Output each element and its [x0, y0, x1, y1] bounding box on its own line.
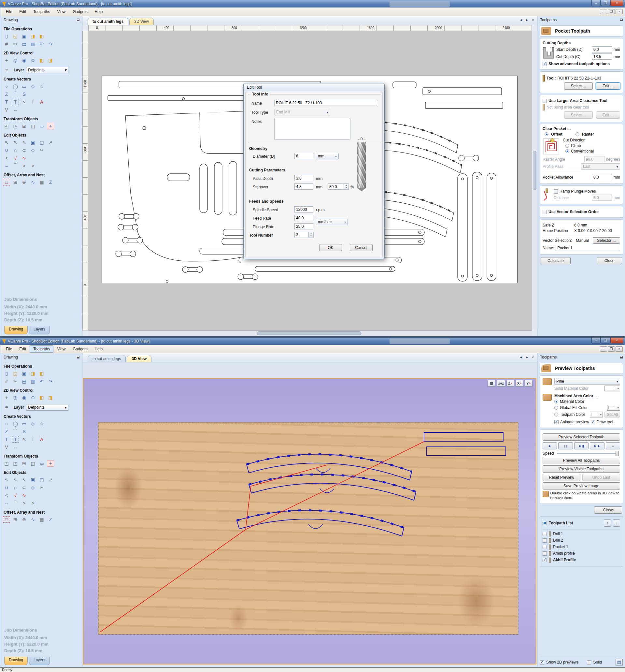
titlebar[interactable]: VCarve Pro - ShopBot Edition (FabLab Sun…: [0, 0, 625, 7]
zoom-window-icon[interactable]: ◨: [47, 394, 54, 401]
zigzag-icon[interactable]: Z: [47, 516, 54, 523]
open-file-icon[interactable]: ◱: [12, 370, 19, 377]
draw-polyline-icon[interactable]: Z: [3, 428, 10, 435]
layer-select[interactable]: Defpoints▾: [26, 404, 68, 411]
distort-icon[interactable]: ▭: [38, 460, 45, 467]
selector-button[interactable]: Selector ...: [593, 237, 620, 244]
conventional-radio[interactable]: [566, 149, 569, 153]
draw-rectangle-icon[interactable]: ▭: [21, 421, 28, 427]
close-button[interactable]: Close: [594, 506, 622, 513]
text-frame-icon[interactable]: I: [29, 436, 36, 442]
cut-icon[interactable]: ✂: [12, 41, 19, 47]
ramp-distance-input[interactable]: [592, 195, 612, 201]
export-vectors-icon[interactable]: ◧: [38, 33, 45, 40]
toolpath-color-swatch[interactable]: ▾: [590, 412, 603, 417]
pause-button[interactable]: ▮▮: [558, 442, 573, 450]
draw-ellipse-icon[interactable]: ◯: [12, 421, 19, 427]
save-preview-image-button[interactable]: Save Preview Image: [543, 482, 620, 489]
draw-star-icon[interactable]: ☆: [38, 421, 45, 427]
move-object-icon[interactable]: ◰: [3, 460, 10, 467]
isometric-view-icon[interactable]: xyz: [497, 380, 505, 386]
circular-array-icon[interactable]: ⊕: [21, 179, 28, 186]
job-setup-icon[interactable]: #: [3, 41, 10, 47]
select-icon[interactable]: ↖: [3, 477, 10, 483]
tab-prev-icon[interactable]: ◄: [519, 18, 523, 22]
tab-3d-view[interactable]: 3D View: [127, 355, 151, 362]
close-vector-icon[interactable]: >: [29, 500, 36, 506]
menu-file[interactable]: File: [2, 345, 16, 353]
distort-icon[interactable]: ▭: [38, 123, 45, 129]
toolpath-visible-checkbox[interactable]: [543, 538, 547, 543]
mdi-minimize-button[interactable]: –: [600, 9, 607, 14]
menu-gadgets[interactable]: Gadgets: [69, 345, 91, 353]
speed-slider[interactable]: [557, 453, 619, 454]
array-copy-icon[interactable]: ⊞: [12, 516, 19, 523]
text-on-arc-icon[interactable]: A: [38, 436, 45, 442]
set-size-icon[interactable]: ◳: [12, 460, 19, 467]
text-on-arc-icon[interactable]: A: [38, 99, 45, 105]
save-file-icon[interactable]: ▣: [21, 33, 28, 40]
solid-checkbox[interactable]: [587, 660, 591, 665]
vector-boolean-icon[interactable]: ◇: [29, 484, 36, 491]
fillet-icon[interactable]: <: [3, 492, 10, 499]
draw-polygon-icon[interactable]: ◇: [29, 421, 36, 427]
preview-selected-button[interactable]: Preview Selected Toolpath: [543, 433, 620, 440]
tab-document[interactable]: to cut amith legs: [88, 18, 128, 25]
menu-toolpaths[interactable]: Toolpaths: [30, 345, 53, 353]
fit-curve-icon[interactable]: ∿: [21, 155, 28, 161]
restore-button[interactable]: ❐: [601, 0, 610, 6]
tool-select-button[interactable]: Select ...: [564, 82, 593, 90]
select-icon[interactable]: ↖: [3, 139, 10, 146]
fit-view-icon[interactable]: ⊡: [488, 380, 495, 386]
weld-vectors-icon[interactable]: ∪: [3, 147, 10, 153]
toolpath-visible-checkbox[interactable]: [543, 545, 547, 549]
draw-circle-icon[interactable]: ○: [3, 421, 10, 427]
move-object-icon[interactable]: ◰: [3, 123, 10, 129]
set-all-button[interactable]: Set All: [604, 412, 620, 417]
node-edit-icon[interactable]: ↖: [12, 477, 19, 483]
set-size-icon[interactable]: ◳: [12, 123, 19, 129]
subtract-vectors-icon[interactable]: ∩: [12, 484, 19, 491]
global-fill-radio[interactable]: [554, 406, 558, 410]
raster-radio[interactable]: [575, 132, 579, 136]
vector-boolean-icon[interactable]: ◇: [29, 147, 36, 153]
import-vectors-icon[interactable]: ◨: [29, 33, 36, 40]
notes-textarea[interactable]: [274, 118, 350, 140]
draw-star-icon[interactable]: ☆: [38, 83, 45, 90]
nesting-icon[interactable]: ▦: [38, 179, 45, 186]
pin-icon[interactable]: [77, 356, 79, 359]
undo-icon[interactable]: ↶: [38, 378, 45, 385]
draw-text-icon[interactable]: T: [3, 99, 10, 105]
profile-pass-select[interactable]: Last▾: [581, 163, 620, 170]
show-2d-previews-checkbox[interactable]: [540, 660, 544, 665]
menu-toolpaths[interactable]: Toolpaths: [30, 8, 53, 15]
material-block[interactable]: [98, 422, 518, 634]
global-fill-swatch[interactable]: ▾: [607, 405, 620, 411]
toolpath-item[interactable]: Akhil Profile: [543, 558, 620, 562]
text-box-icon[interactable]: T: [12, 99, 19, 105]
draw-ellipse-icon[interactable]: ◯: [12, 83, 19, 90]
diameter-input[interactable]: [294, 153, 313, 159]
open-file-icon[interactable]: ◱: [12, 33, 19, 40]
close-button[interactable]: ×: [610, 338, 623, 343]
undo-icon[interactable]: ↶: [38, 41, 45, 47]
feed-rate-input[interactable]: [294, 215, 313, 221]
move-up-button[interactable]: ↑: [604, 520, 611, 527]
restore-button[interactable]: ❐: [601, 338, 610, 343]
intersect-vectors-icon[interactable]: ⊂: [21, 484, 28, 491]
mdi-restore-button[interactable]: ❐: [608, 9, 615, 14]
tab-3d-view[interactable]: 3D View: [129, 18, 153, 25]
align-objects-icon[interactable]: ⊞: [21, 123, 28, 129]
menu-edit[interactable]: Edit: [16, 8, 30, 15]
fillet-icon[interactable]: <: [3, 155, 10, 161]
alignment-tool-icon[interactable]: +: [47, 460, 54, 467]
tool-number-spinner[interactable]: ▲▼: [309, 232, 314, 238]
menu-help[interactable]: Help: [91, 8, 106, 15]
measure-icon[interactable]: ↗: [47, 139, 54, 146]
ok-button[interactable]: OK: [319, 244, 342, 251]
zoom-drawing-icon[interactable]: ◧: [38, 57, 45, 64]
tab-document[interactable]: to cut amith legs: [88, 355, 126, 362]
intersect-vectors-icon[interactable]: ⊂: [21, 147, 28, 153]
stepover-percent-input[interactable]: [328, 184, 344, 190]
align-objects-icon[interactable]: ⊞: [21, 460, 28, 467]
